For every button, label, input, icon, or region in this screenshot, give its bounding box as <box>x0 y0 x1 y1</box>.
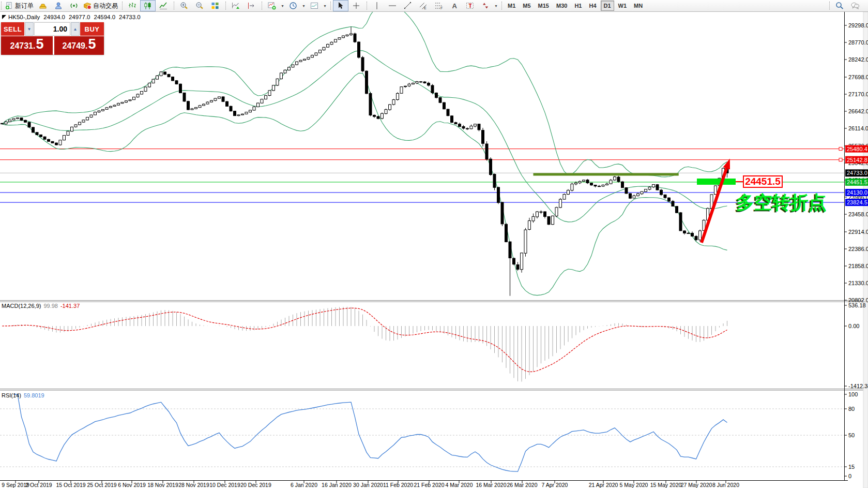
svg-text:27 May 2020: 27 May 2020 <box>681 482 712 488</box>
mt4-window: 新订单自动交易▾▾▾EFAT▾M1M5M15M30H1H4D1W1MN 2929… <box>0 0 868 488</box>
candles-glyph <box>144 2 152 10</box>
templates-button-dropdown[interactable]: ▾ <box>322 1 328 11</box>
tile-windows-button[interactable] <box>207 0 223 11</box>
rsi-levels <box>0 409 844 467</box>
svg-text:21330.0: 21330.0 <box>848 280 868 286</box>
chat-icon[interactable] <box>847 0 863 11</box>
bar-chart-glyph <box>128 2 136 10</box>
new-order-button[interactable]: 新订单 <box>4 0 35 11</box>
new-order-glyph <box>5 2 13 10</box>
zoom-out-glyph <box>195 2 204 10</box>
rsi-line <box>14 394 727 471</box>
indicators-button-dropdown[interactable]: ▾ <box>280 1 285 11</box>
svg-text:0.00: 0.00 <box>848 323 859 329</box>
chart-shift-button[interactable] <box>243 0 259 11</box>
auto-scroll-button[interactable] <box>228 0 243 11</box>
vline-glyph <box>373 2 381 10</box>
svg-text:25 Oct 2019: 25 Oct 2019 <box>87 482 116 488</box>
volume-input[interactable] <box>34 22 70 36</box>
candlestick-chart-button[interactable] <box>140 0 156 11</box>
ohlc-open: 24934.0 <box>43 14 65 20</box>
symbol-search-icon[interactable] <box>832 0 847 11</box>
volume-decrease-button[interactable]: ▼ <box>25 22 34 36</box>
vertical-line-button[interactable] <box>369 0 385 11</box>
periods-button[interactable] <box>285 0 301 11</box>
chart-marker-icon <box>2 15 6 19</box>
svg-text:50: 50 <box>848 432 855 438</box>
sell-button[interactable]: SELL <box>1 22 24 36</box>
periods-button-dropdown[interactable]: ▾ <box>301 1 307 11</box>
svg-text:23458.0: 23458.0 <box>848 211 868 217</box>
green-highlight-box[interactable] <box>697 179 736 185</box>
timeframe-h4-button[interactable]: H4 <box>586 1 599 11</box>
arrows-button-dropdown[interactable]: ▾ <box>493 1 499 11</box>
bar-chart-button[interactable] <box>125 0 140 11</box>
svg-text:26642.0: 26642.0 <box>848 108 868 114</box>
text-label-button[interactable]: T <box>462 0 478 11</box>
svg-text:F: F <box>440 6 443 10</box>
chart-canvas[interactable]: 29298.028770.028242.027698.027170.026642… <box>0 0 868 488</box>
timeframe-d1-button[interactable]: D1 <box>601 1 614 11</box>
timeframe-mn-button[interactable]: MN <box>631 1 646 11</box>
equidistant-channel-button[interactable]: E <box>416 0 431 11</box>
profile-glyph <box>54 2 63 10</box>
svg-text:28 Nov 2019: 28 Nov 2019 <box>178 482 209 488</box>
volume-increase-button[interactable]: ▲ <box>71 22 80 36</box>
buy-button[interactable]: BUY <box>80 22 104 36</box>
clock-glyph <box>289 2 297 10</box>
svg-text:8 Jun 2020: 8 Jun 2020 <box>712 482 739 488</box>
rsi-axis: 1008050150 <box>844 391 858 479</box>
cursor-glyph <box>337 2 345 10</box>
macd-signal-line <box>2 308 727 372</box>
gold-glyph <box>39 2 47 10</box>
svg-text:22386.0: 22386.0 <box>848 246 868 252</box>
textA-glyph: A <box>450 2 459 10</box>
svg-text:24130.0: 24130.0 <box>847 189 867 196</box>
svg-text:11 Feb 2020: 11 Feb 2020 <box>383 482 413 488</box>
line-chart-button[interactable] <box>156 0 171 11</box>
svg-text:A: A <box>452 2 458 10</box>
price-annotation-tag[interactable]: 24451.5 <box>743 175 783 188</box>
pane-separators[interactable] <box>0 301 868 391</box>
macd-histogram <box>2 307 727 382</box>
horizontal-line-button[interactable] <box>385 0 400 11</box>
buy-price-display[interactable]: 24749.5 <box>54 36 104 55</box>
svg-text:20 Dec 2019: 20 Dec 2019 <box>240 482 271 488</box>
crosshair-button[interactable] <box>348 0 364 11</box>
timeframe-m1-button[interactable]: M1 <box>505 1 519 11</box>
svg-text:16 Mar 2020: 16 Mar 2020 <box>476 482 507 488</box>
svg-text:21 Feb 2020: 21 Feb 2020 <box>414 482 445 488</box>
textT-glyph: T <box>466 2 474 10</box>
indicators-button[interactable] <box>264 0 280 11</box>
fibonacci-button[interactable]: F <box>431 0 447 11</box>
svg-text:5 May 2020: 5 May 2020 <box>620 482 648 488</box>
toolbar: 新订单自动交易▾▾▾EFAT▾M1M5M15M30H1H4D1W1MN <box>0 0 868 12</box>
timeframe-m30-button[interactable]: M30 <box>553 1 570 11</box>
cursor-button[interactable] <box>333 0 348 11</box>
zoom-in-button[interactable] <box>176 0 192 11</box>
template-glyph <box>310 2 318 10</box>
arrows-button[interactable] <box>478 0 493 11</box>
svg-text:T: T <box>469 3 472 9</box>
svg-text:21 Apr 2020: 21 Apr 2020 <box>589 482 618 488</box>
text-button[interactable]: A <box>447 0 462 11</box>
macd-indicator-label: MACD(12,26,9)99.98-141.37 <box>2 303 80 309</box>
sell-price-display[interactable]: 24731.5 <box>1 36 53 55</box>
timeframe-w1-button[interactable]: W1 <box>615 1 630 11</box>
chinese-annotation-text[interactable]: 多空转折点 <box>736 190 827 215</box>
signal-button[interactable] <box>66 0 82 11</box>
profile-button[interactable] <box>51 0 66 11</box>
templates-button[interactable] <box>307 0 322 11</box>
timeframe-m15-button[interactable]: M15 <box>535 1 552 11</box>
arrows-glyph <box>481 2 490 10</box>
zoom-out-button[interactable] <box>192 0 207 11</box>
zoom-in-glyph <box>180 2 188 10</box>
trendline-button[interactable] <box>400 0 416 11</box>
timeframe-h1-button[interactable]: H1 <box>571 1 585 11</box>
gold-window-button[interactable] <box>35 0 51 11</box>
timeframe-m5-button[interactable]: M5 <box>520 1 534 11</box>
svg-text:27170.0: 27170.0 <box>848 91 868 97</box>
svg-text:27698.0: 27698.0 <box>848 74 868 80</box>
svg-text:30 Jan 2020: 30 Jan 2020 <box>353 482 383 488</box>
auto-trading-button[interactable]: 自动交易 <box>82 0 119 11</box>
